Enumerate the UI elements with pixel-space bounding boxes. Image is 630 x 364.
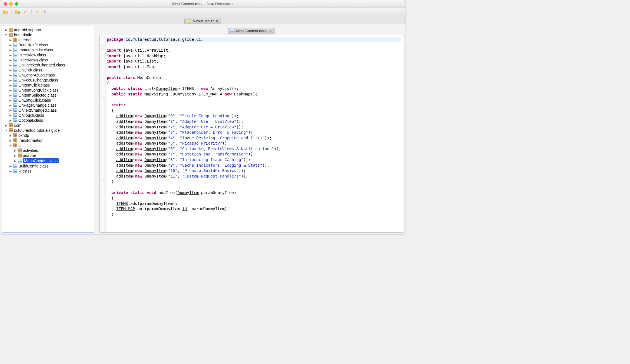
tree-list: ▶android.support▼butterknife▶internal▶Bu… — [2, 27, 94, 174]
tree-item[interactable]: ▶InjectView.class — [2, 52, 94, 58]
tree-item-label: activities — [23, 148, 38, 153]
class-file-icon — [231, 29, 235, 33]
tree-item[interactable]: ▶OnFocusChange.class — [2, 78, 94, 83]
expand-arrow-icon[interactable]: ▶ — [9, 139, 12, 142]
open-type-button[interactable] — [15, 9, 21, 15]
expand-arrow-icon[interactable]: ▶ — [9, 109, 12, 112]
expand-arrow-icon[interactable]: ▶ — [9, 54, 12, 57]
expand-arrow-icon[interactable]: ▼ — [4, 33, 8, 37]
tree-item[interactable]: ▶ButterKnife.class — [2, 42, 94, 47]
tree-item[interactable]: ▶OnCheckedChanged.class — [2, 63, 94, 68]
class-file-icon — [13, 68, 17, 72]
tree-item[interactable]: ▼ui — [2, 143, 94, 148]
expand-arrow-icon[interactable]: ▶ — [9, 119, 12, 122]
tree-item-label: io.futurestud.tutorials.glide — [14, 128, 60, 133]
expand-arrow-icon[interactable]: ▶ — [9, 104, 12, 107]
tree-item[interactable]: ▶android.support — [2, 27, 94, 32]
tree-item[interactable]: ▶Optional.class — [2, 118, 94, 123]
tree-item[interactable]: ▼io.futurestud.tutorials.glide — [2, 128, 94, 133]
tree-item[interactable]: ▼butterknife — [2, 32, 94, 37]
tree-item-label: butterknife — [14, 33, 32, 37]
class-file-icon — [13, 118, 17, 122]
tree-item[interactable]: ▶InjectViews.class — [2, 58, 94, 63]
expand-arrow-icon[interactable]: ▶ — [9, 134, 12, 137]
expand-arrow-icon[interactable]: ▶ — [13, 149, 17, 152]
splitter[interactable] — [96, 26, 98, 233]
expand-arrow-icon[interactable]: ▶ — [9, 165, 12, 168]
tree-item[interactable]: ▶MenuContent.class — [2, 158, 94, 164]
tree-item[interactable]: ▶OnTextChanged.class — [2, 108, 94, 113]
expand-arrow-icon[interactable]: ▶ — [9, 170, 12, 173]
tree-item[interactable]: ▶ImmutableList.class — [2, 47, 94, 52]
tree-item[interactable]: ▶transformation — [2, 138, 94, 143]
fold-handle-icon[interactable]: − — [101, 45, 104, 49]
package-icon — [9, 33, 13, 37]
tree-item[interactable]: ▶BuildConfig.class — [2, 164, 94, 169]
expand-arrow-icon[interactable]: ▶ — [9, 114, 12, 117]
tree-item[interactable]: ▶adapter — [2, 153, 94, 158]
toolbar-separator — [31, 9, 32, 14]
tree-item[interactable]: ▶OnClick.class — [2, 68, 94, 73]
tree-item[interactable]: ▶OnPageChange.class — [2, 103, 94, 108]
editor-tab[interactable]: MenuContent.class ✕ — [228, 28, 275, 34]
expand-arrow-icon[interactable]: ▶ — [9, 84, 12, 87]
tree-item[interactable]: ▶com — [2, 123, 94, 128]
tree-item[interactable]: ▶internal — [2, 37, 94, 42]
fold-handle-icon[interactable]: − — [101, 96, 104, 99]
expand-arrow-icon[interactable]: ▶ — [9, 64, 12, 67]
svg-point-1 — [26, 10, 27, 11]
archive-tab-row: output_jar.jar ✕ — [0, 16, 406, 24]
tree-item-label: ui — [18, 143, 22, 148]
tree-item-label: OnEditorAction.class — [18, 73, 55, 77]
expand-arrow-icon[interactable]: ▶ — [9, 49, 12, 52]
expand-arrow-icon[interactable]: ▶ — [9, 69, 12, 72]
class-file-icon — [13, 48, 17, 52]
tree-item[interactable]: ▶OnItemLongClick.class — [2, 88, 94, 93]
package-icon — [13, 133, 17, 137]
expand-arrow-icon[interactable]: ▼ — [9, 144, 12, 147]
gutter: − − − − — [100, 35, 106, 232]
tree-item-label: OnPageChange.class — [18, 103, 56, 107]
class-file-icon — [13, 108, 17, 112]
tree-item[interactable]: ▶activities — [2, 148, 94, 153]
expand-arrow-icon[interactable]: ▶ — [9, 44, 12, 47]
tree-item[interactable]: ▶OnLongClick.class — [2, 98, 94, 103]
code-editor[interactable]: − − − − package io.futurestud.tutorials.… — [99, 35, 404, 233]
expand-arrow-icon[interactable]: ▶ — [9, 74, 12, 77]
tree-item[interactable]: ▶R.class — [2, 169, 94, 174]
expand-arrow-icon[interactable]: ▶ — [9, 94, 12, 97]
open-file-button[interactable] — [3, 9, 9, 15]
tree-item[interactable]: ▶OnTouch.class — [2, 113, 94, 118]
tree-item[interactable]: ▶OnItemSelected.class — [2, 93, 94, 98]
close-tab-icon[interactable]: ✕ — [269, 29, 272, 33]
archive-tab[interactable]: output_jar.jar ✕ — [184, 18, 221, 24]
nav-back-button[interactable] — [34, 9, 41, 15]
expand-arrow-icon[interactable]: ▶ — [9, 59, 12, 62]
tree-item[interactable]: ▶OnEditorAction.class — [2, 73, 94, 78]
expand-arrow-icon[interactable]: ▶ — [9, 89, 12, 92]
expand-arrow-icon[interactable]: ▶ — [4, 28, 8, 32]
class-file-icon — [18, 159, 22, 163]
tree-item-label: transformation — [18, 138, 43, 143]
expand-arrow-icon[interactable]: ▶ — [13, 154, 17, 157]
expand-arrow-icon[interactable]: ▶ — [9, 99, 12, 102]
package-tree[interactable]: ▶android.support▼butterknife▶internal▶Bu… — [2, 26, 94, 233]
package-icon — [18, 154, 22, 157]
fold-handle-icon[interactable]: − — [101, 179, 104, 182]
tree-item[interactable]: ▶okhttp — [2, 133, 94, 138]
tree-item-label: BuildConfig.class — [18, 164, 48, 168]
nav-forward-button[interactable] — [42, 9, 48, 15]
expand-arrow-icon[interactable]: ▶ — [9, 79, 12, 82]
expand-arrow-icon[interactable]: ▶ — [9, 39, 12, 42]
toolbar — [0, 8, 406, 16]
tree-item-label: android.support — [14, 28, 41, 32]
fold-handle-icon[interactable]: − — [101, 74, 104, 77]
tree-item-label: com — [14, 123, 21, 128]
search-button[interactable] — [22, 9, 29, 15]
expand-arrow-icon[interactable]: ▼ — [4, 129, 8, 132]
arrow-left-icon — [35, 10, 40, 14]
expand-arrow-icon[interactable]: ▶ — [13, 159, 17, 162]
close-tab-icon[interactable]: ✕ — [215, 19, 218, 23]
tree-item[interactable]: ▶OnItemClick.class — [2, 83, 94, 88]
expand-arrow-icon[interactable]: ▶ — [4, 124, 8, 127]
